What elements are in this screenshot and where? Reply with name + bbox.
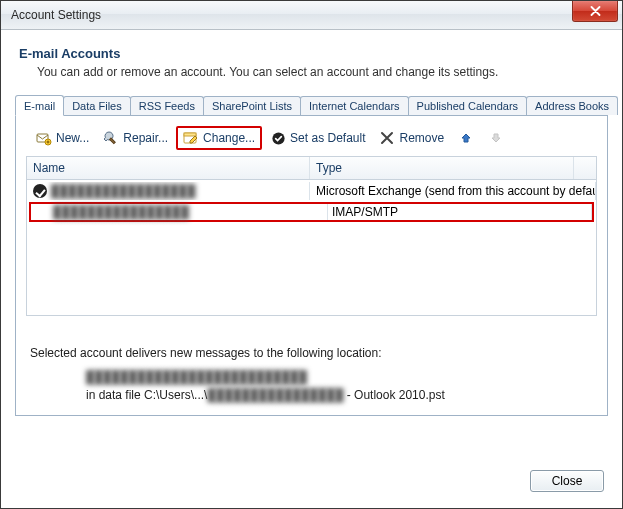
grid-body: █████████████████ Microsoft Exchange (se…: [27, 180, 596, 315]
set-default-label: Set as Default: [290, 131, 365, 145]
dialog-buttons: Close: [530, 470, 604, 492]
account-type: IMAP/SMTP: [328, 204, 592, 220]
column-end: [574, 157, 596, 179]
delivery-intro: Selected account delivers new messages t…: [30, 346, 591, 360]
tab-rss-feeds[interactable]: RSS Feeds: [130, 96, 204, 115]
column-name[interactable]: Name: [27, 157, 310, 179]
heading-title: E-mail Accounts: [19, 46, 604, 61]
new-label: New...: [56, 131, 89, 145]
default-account-icon: [33, 184, 47, 198]
account-name: ████████████████: [53, 205, 189, 219]
change-account-button[interactable]: Change...: [176, 126, 262, 150]
svg-rect-4: [184, 133, 196, 136]
account-settings-dialog: Account Settings E-mail Accounts You can…: [0, 0, 623, 509]
titlebar[interactable]: Account Settings: [1, 1, 622, 30]
change-icon: [183, 130, 199, 146]
close-button[interactable]: Close: [530, 470, 604, 492]
new-account-button[interactable]: New...: [30, 127, 95, 149]
account-row-highlighted[interactable]: ████████████████ IMAP/SMTP: [29, 202, 594, 222]
repair-account-button[interactable]: Repair...: [97, 127, 174, 149]
remove-label: Remove: [399, 131, 444, 145]
move-down-button[interactable]: [482, 127, 510, 149]
repair-label: Repair...: [123, 131, 168, 145]
repair-icon: [103, 130, 119, 146]
heading-area: E-mail Accounts You can add or remove an…: [15, 42, 608, 93]
account-row[interactable]: █████████████████ Microsoft Exchange (se…: [27, 180, 596, 202]
tab-email[interactable]: E-mail: [15, 95, 64, 116]
accounts-toolbar: New... Repair... Change...: [26, 124, 597, 156]
close-icon: [590, 6, 601, 16]
set-default-button[interactable]: Set as Default: [264, 127, 371, 149]
tab-data-files[interactable]: Data Files: [63, 96, 131, 115]
tab-sharepoint-lists[interactable]: SharePoint Lists: [203, 96, 301, 115]
window-title: Account Settings: [1, 8, 101, 22]
arrow-up-icon: [458, 130, 474, 146]
delivery-path: in data file C:\Users\...\██████████████…: [86, 388, 591, 402]
arrow-down-icon: [488, 130, 504, 146]
new-icon: [36, 130, 52, 146]
remove-icon: [379, 130, 395, 146]
change-label: Change...: [203, 131, 255, 145]
delivery-folder: ██████████████████████████: [86, 370, 307, 384]
account-type: Microsoft Exchange (send from this accou…: [310, 182, 596, 200]
check-circle-icon: [270, 130, 286, 146]
column-type[interactable]: Type: [310, 157, 574, 179]
tab-published-calendars[interactable]: Published Calendars: [408, 96, 528, 115]
accounts-grid: Name Type █████████████████ Microsoft Ex…: [26, 156, 597, 316]
tab-internet-calendars[interactable]: Internet Calendars: [300, 96, 409, 115]
remove-account-button[interactable]: Remove: [373, 127, 450, 149]
account-name: █████████████████: [51, 184, 196, 198]
svg-rect-2: [110, 138, 116, 144]
tab-address-books[interactable]: Address Books: [526, 96, 618, 115]
move-up-button[interactable]: [452, 127, 480, 149]
tabstrip: E-mail Data Files RSS Feeds SharePoint L…: [15, 93, 608, 116]
heading-subtitle: You can add or remove an account. You ca…: [37, 65, 604, 79]
email-panel: New... Repair... Change...: [15, 116, 608, 416]
delivery-location: Selected account delivers new messages t…: [26, 346, 597, 402]
window-close-button[interactable]: [572, 1, 618, 22]
grid-header: Name Type: [27, 157, 596, 180]
